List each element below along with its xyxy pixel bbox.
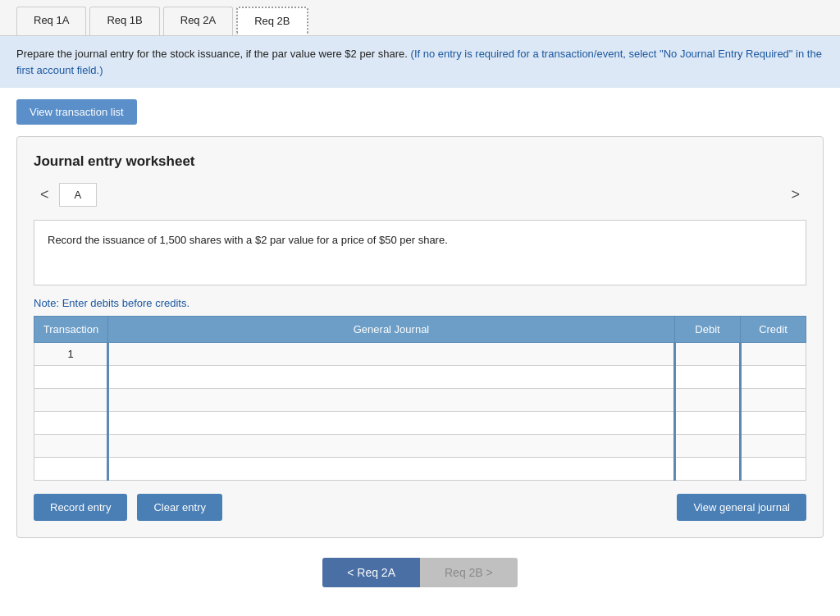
col-header-general-journal: General Journal (108, 317, 675, 343)
credit-cell-6[interactable] (741, 458, 806, 481)
general-journal-cell-5[interactable] (108, 435, 675, 458)
credit-cell-3[interactable] (741, 389, 806, 412)
instruction-text: Record the issuance of 1,500 shares with… (48, 234, 448, 246)
entry-nav-prev-button[interactable]: < (34, 183, 56, 207)
worksheet-title: Journal entry worksheet (34, 153, 806, 170)
credit-input-1[interactable] (742, 343, 806, 365)
debit-input-2[interactable] (676, 366, 739, 388)
tab-req1b[interactable]: Req 1B (89, 7, 159, 35)
credit-input-2[interactable] (742, 366, 806, 388)
transaction-num-1: 1 (34, 343, 108, 366)
journal-table: Transaction General Journal Debit Credit… (34, 316, 806, 481)
debit-input-4[interactable] (676, 412, 739, 434)
entry-nav-next-button[interactable]: > (784, 183, 806, 207)
info-main-text: Prepare the journal entry for the stock … (16, 48, 408, 60)
general-journal-input-2[interactable] (109, 366, 673, 388)
debit-cell-4[interactable] (675, 412, 741, 435)
general-journal-cell-6[interactable] (108, 458, 675, 481)
col-header-transaction: Transaction (34, 317, 108, 343)
debit-cell-2[interactable] (675, 366, 741, 389)
tab-req2b[interactable]: Req 2B (236, 7, 308, 35)
transaction-num-5 (34, 435, 108, 458)
table-row (34, 389, 806, 412)
debit-cell-6[interactable] (675, 458, 741, 481)
entry-tabs-row: < A > (34, 183, 806, 207)
general-journal-input-5[interactable] (109, 435, 673, 457)
general-journal-cell-4[interactable] (108, 412, 675, 435)
credit-cell-1[interactable] (741, 343, 806, 366)
entry-tab-a[interactable]: A (59, 183, 98, 207)
table-row: 1 (34, 343, 806, 366)
general-journal-input-1[interactable] (109, 343, 673, 365)
general-journal-cell-2[interactable] (108, 366, 675, 389)
debit-cell-3[interactable] (675, 389, 741, 412)
col-header-debit: Debit (675, 317, 741, 343)
page-wrapper: Req 1A Req 1B Req 2A Req 2B Prepare the … (0, 0, 840, 616)
debit-input-3[interactable] (676, 389, 739, 411)
general-journal-input-3[interactable] (109, 389, 673, 411)
table-row (34, 366, 806, 389)
credit-input-6[interactable] (742, 458, 806, 480)
transaction-num-2 (34, 366, 108, 389)
clear-entry-button[interactable]: Clear entry (137, 494, 222, 521)
transaction-num-6 (34, 458, 108, 481)
journal-entry-worksheet: Journal entry worksheet < A > Record the… (16, 136, 824, 538)
general-journal-input-4[interactable] (109, 412, 673, 434)
credit-input-5[interactable] (742, 435, 806, 457)
tab-req2a[interactable]: Req 2A (163, 7, 233, 35)
col-header-credit: Credit (741, 317, 806, 343)
table-row (34, 412, 806, 435)
credit-cell-4[interactable] (741, 412, 806, 435)
note-text: Note: Enter debits before credits. (34, 297, 806, 309)
action-buttons: Record entry Clear entry View general jo… (34, 494, 806, 521)
credit-cell-2[interactable] (741, 366, 806, 389)
debit-cell-5[interactable] (675, 435, 741, 458)
instruction-box: Record the issuance of 1,500 shares with… (34, 220, 806, 285)
credit-input-3[interactable] (742, 389, 806, 411)
debit-input-6[interactable] (676, 458, 739, 480)
debit-input-5[interactable] (676, 435, 739, 457)
transaction-num-3 (34, 389, 108, 412)
table-row (34, 435, 806, 458)
tab-req1a[interactable]: Req 1A (16, 7, 86, 35)
info-banner: Prepare the journal entry for the stock … (0, 36, 840, 88)
transaction-num-4 (34, 412, 108, 435)
general-journal-cell-3[interactable] (108, 389, 675, 412)
table-row (34, 458, 806, 481)
view-general-journal-button[interactable]: View general journal (677, 494, 806, 521)
general-journal-cell-1[interactable] (108, 343, 675, 366)
debit-cell-1[interactable] (675, 343, 741, 366)
nav-next-button: Req 2B > (420, 558, 518, 587)
general-journal-input-6[interactable] (109, 458, 673, 480)
bottom-nav: < Req 2A Req 2B > (0, 558, 840, 587)
nav-prev-button[interactable]: < Req 2A (322, 558, 420, 587)
debit-input-1[interactable] (676, 343, 739, 365)
credit-input-4[interactable] (742, 412, 806, 434)
tabs-bar: Req 1A Req 1B Req 2A Req 2B (0, 0, 840, 36)
credit-cell-5[interactable] (741, 435, 806, 458)
view-transaction-list-button[interactable]: View transaction list (16, 99, 137, 125)
record-entry-button[interactable]: Record entry (34, 494, 127, 521)
